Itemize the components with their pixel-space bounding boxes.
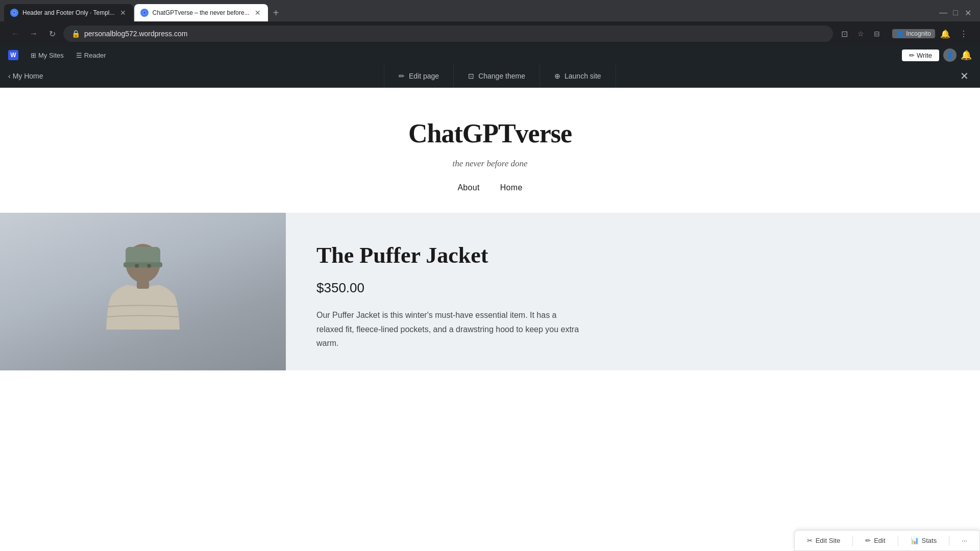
cast-button[interactable]: ⊡ xyxy=(837,27,851,41)
address-text: personalblog572.wordpress.com xyxy=(84,30,825,38)
incognito-label: Incognito xyxy=(906,30,931,37)
close-window-button[interactable]: ✕ xyxy=(964,9,972,17)
stats-label: Stats xyxy=(922,537,937,544)
product-description: Our Puffer Jacket is this winter's must-… xyxy=(316,308,582,350)
reader-icon: ☰ xyxy=(76,52,82,59)
back-chevron-icon: ‹ xyxy=(8,72,11,80)
about-nav-link[interactable]: About xyxy=(457,183,479,192)
notifications-button[interactable]: 🔔 xyxy=(937,26,953,42)
stats-button[interactable]: 📊 Stats xyxy=(906,535,941,546)
toolbar-left: ‹ My Home xyxy=(0,72,52,80)
stats-icon: 📊 xyxy=(911,537,919,544)
product-image-area xyxy=(0,213,286,370)
bookmark-button[interactable]: ☆ xyxy=(853,27,868,41)
my-sites-nav[interactable]: ⊞ My Sites xyxy=(31,52,64,59)
home-nav-link[interactable]: Home xyxy=(500,183,523,192)
edit-site-label: Edit Site xyxy=(816,537,840,544)
site-navigation: About Home xyxy=(10,183,970,192)
svg-rect-5 xyxy=(137,281,149,289)
back-button[interactable]: ← xyxy=(8,27,22,41)
edit-page-icon: ✏ xyxy=(399,72,405,80)
svg-rect-4 xyxy=(124,262,162,267)
change-theme-icon: ⊡ xyxy=(468,72,474,80)
product-section: The Puffer Jacket $350.00 Our Puffer Jac… xyxy=(0,213,980,370)
launch-site-icon: ⊕ xyxy=(554,72,560,80)
notifications-bell[interactable]: 🔔 xyxy=(961,49,972,61)
address-bar: ← → ↻ 🔒 personalblog572.wordpress.com ⊡ … xyxy=(0,21,980,46)
write-button[interactable]: ✏ Write xyxy=(902,49,939,61)
bottom-toolbar: ✂ Edit Site ✏ Edit 📊 Stats ··· xyxy=(794,530,980,551)
more-icon: ··· xyxy=(962,537,967,544)
my-sites-icon: ⊞ xyxy=(31,52,36,59)
svg-point-6 xyxy=(135,264,139,268)
forward-button[interactable]: → xyxy=(27,27,41,41)
tab-2-favicon xyxy=(140,9,149,17)
browser-chrome: Header and Footer Only · Templ... ✕ Chat… xyxy=(0,0,980,46)
wp-avatar[interactable]: 👤 xyxy=(943,48,957,62)
site-content: ChatGPTverse the never before done About… xyxy=(0,88,980,370)
my-home-label: My Home xyxy=(13,72,43,80)
my-home-button[interactable]: ‹ My Home xyxy=(8,72,43,80)
tab-2-close[interactable]: ✕ xyxy=(254,9,262,17)
product-price: $350.00 xyxy=(316,280,949,296)
site-tagline: the never before done xyxy=(10,159,970,169)
toolbar-center: ✏ Edit page ⊡ Change theme ⊕ Launch site xyxy=(52,64,948,88)
browser-tab-1[interactable]: Header and Footer Only · Templ... ✕ xyxy=(4,4,133,21)
tab-1-favicon xyxy=(10,9,18,17)
browser-actions: 👤 Incognito 🔔 ⋮ xyxy=(892,26,972,42)
more-options-button[interactable]: ··· xyxy=(958,535,971,546)
wp-logo[interactable]: W xyxy=(8,50,18,60)
edit-site-button[interactable]: ✂ Edit Site xyxy=(803,535,844,546)
wp-toolbar: ‹ My Home ✏ Edit page ⊡ Change theme ⊕ L… xyxy=(0,64,980,88)
edit-page-button[interactable]: ✏ Edit page xyxy=(384,64,454,88)
wp-icon: W xyxy=(8,50,18,60)
product-title: The Puffer Jacket xyxy=(316,243,949,268)
new-tab-button[interactable]: + xyxy=(269,6,283,20)
change-theme-button[interactable]: ⊡ Change theme xyxy=(454,64,540,88)
menu-button[interactable]: ⋮ xyxy=(955,26,972,42)
reader-label: Reader xyxy=(84,52,106,59)
write-icon: ✏ xyxy=(909,52,915,59)
minimize-button[interactable]: — xyxy=(939,9,947,17)
edit-page-label: Edit page xyxy=(409,72,439,80)
site-title: ChatGPTverse xyxy=(10,118,970,148)
address-input[interactable]: 🔒 personalblog572.wordpress.com xyxy=(63,26,833,42)
toolbar-divider-1 xyxy=(852,536,853,546)
site-header: ChatGPTverse the never before done About… xyxy=(0,88,980,213)
maximize-button[interactable]: □ xyxy=(951,9,960,17)
my-sites-label: My Sites xyxy=(38,52,64,59)
incognito-icon: 👤 xyxy=(896,30,904,37)
lock-icon: 🔒 xyxy=(71,30,80,38)
svg-rect-3 xyxy=(126,247,160,265)
svg-point-7 xyxy=(147,264,151,268)
edit-site-icon: ✂ xyxy=(807,537,813,544)
address-actions: ⊡ ☆ ⊟ xyxy=(837,27,884,41)
tab-1-title: Header and Footer Only · Templ... xyxy=(22,9,115,16)
tab-2-title: ChatGPTverse – the never before... xyxy=(153,9,250,16)
close-preview-button[interactable]: ✕ xyxy=(957,68,972,84)
tab-1-close[interactable]: ✕ xyxy=(119,9,127,17)
sidebar-button[interactable]: ⊟ xyxy=(870,27,884,41)
incognito-button[interactable]: 👤 Incognito xyxy=(892,29,935,38)
wp-admin-right: ✏ Write 👤 🔔 xyxy=(902,48,972,62)
launch-site-label: Launch site xyxy=(565,72,601,80)
launch-site-button[interactable]: ⊕ Launch site xyxy=(540,64,616,88)
edit-label: Edit xyxy=(874,537,885,544)
toolbar-divider-2 xyxy=(898,536,898,546)
write-label: Write xyxy=(917,52,932,59)
product-image xyxy=(0,213,286,370)
person-silhouette xyxy=(77,228,209,370)
toolbar-right: ✕ xyxy=(948,68,980,84)
window-controls: — □ ✕ xyxy=(939,9,976,17)
product-info: The Puffer Jacket $350.00 Our Puffer Jac… xyxy=(286,213,980,370)
edit-icon: ✏ xyxy=(865,537,871,544)
tab-bar: Header and Footer Only · Templ... ✕ Chat… xyxy=(0,0,980,21)
edit-button[interactable]: ✏ Edit xyxy=(861,535,889,546)
change-theme-label: Change theme xyxy=(478,72,525,80)
browser-tab-2[interactable]: ChatGPTverse – the never before... ✕ xyxy=(134,4,268,21)
reader-nav[interactable]: ☰ Reader xyxy=(76,52,106,59)
toolbar-divider-3 xyxy=(949,536,949,546)
wp-admin-bar: W ⊞ My Sites ☰ Reader ✏ Write 👤 🔔 xyxy=(0,46,980,64)
refresh-button[interactable]: ↻ xyxy=(45,27,59,41)
